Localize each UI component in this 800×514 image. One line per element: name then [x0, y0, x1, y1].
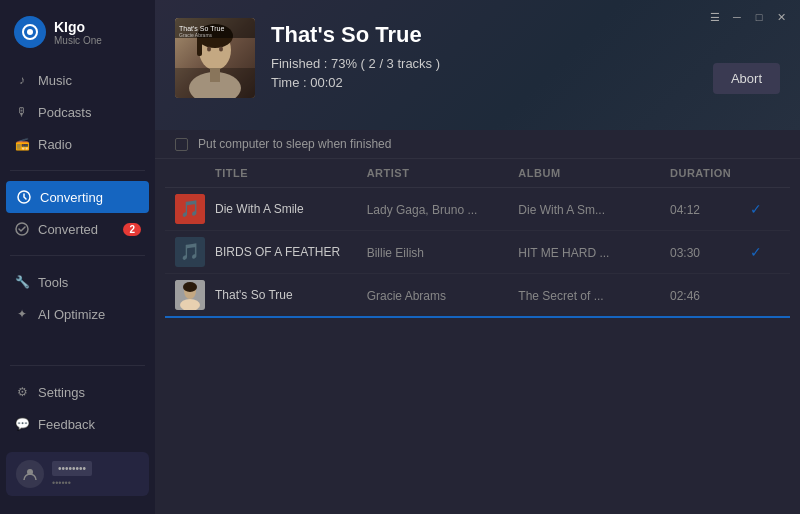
track-thumb-2: 🎵	[175, 237, 215, 267]
sidebar-label-ai: AI Optimize	[38, 307, 105, 322]
track-title-cell-3: That's So True	[215, 288, 367, 302]
sidebar-label-converting: Converting	[40, 190, 103, 205]
col-title: TITLE	[215, 167, 367, 179]
table-row[interactable]: That's So True Gracie Abrams The Secret …	[165, 274, 790, 318]
header-info: That's So True Finished : 73% ( 2 / 3 tr…	[271, 18, 697, 90]
sidebar-item-converting[interactable]: Converting	[6, 181, 149, 213]
converted-badge: 2	[123, 223, 141, 236]
converting-icon	[16, 189, 32, 205]
music-icon: ♪	[14, 72, 30, 88]
artist-text-2: Billie Eilish	[367, 246, 424, 260]
sidebar: KIgo Music One ♪ Music 🎙 Podcasts 📻 Radi…	[0, 0, 155, 514]
duration-text-3: 02:46	[670, 289, 700, 303]
svg-point-13	[219, 47, 223, 52]
track-duration-3: 02:46	[670, 286, 750, 304]
sidebar-item-radio[interactable]: 📻 Radio	[0, 128, 155, 160]
svg-rect-9	[197, 36, 202, 56]
col-status	[750, 167, 780, 179]
divider-1	[10, 170, 145, 171]
svg-text:🎵: 🎵	[180, 199, 200, 218]
close-icon: ✕	[777, 11, 786, 24]
sidebar-label-settings: Settings	[38, 385, 85, 400]
track-duration-2: 03:30	[670, 243, 750, 261]
track-title-1: Die With A Smile	[215, 202, 304, 216]
col-thumb	[175, 167, 215, 179]
col-album: ALBUM	[518, 167, 670, 179]
album-text-2: HIT ME HARD ...	[518, 246, 609, 260]
sidebar-bottom: ⚙ Settings 💬 Feedback •••••••• ••••••	[0, 361, 155, 514]
abort-button[interactable]: Abort	[713, 63, 780, 94]
checkmark-icon-2: ✓	[750, 244, 762, 260]
sidebar-item-podcasts[interactable]: 🎙 Podcasts	[0, 96, 155, 128]
table-row[interactable]: 🎵 Die With A Smile Lady Gaga, Bruno ... …	[165, 188, 790, 231]
col-artist: ARTIST	[367, 167, 519, 179]
header-inner: That's So True Gracie Abrams That's So T…	[175, 18, 780, 98]
app-name: KIgo	[54, 19, 102, 35]
sidebar-item-ai-optimize[interactable]: ✦ AI Optimize	[0, 298, 155, 330]
svg-point-23	[183, 282, 197, 292]
main-content: ☰ ─ □ ✕	[155, 0, 800, 514]
sidebar-label-podcasts: Podcasts	[38, 105, 91, 120]
radio-icon: 📻	[14, 136, 30, 152]
svg-text:🎵: 🎵	[180, 242, 200, 261]
table-row[interactable]: 🎵 BIRDS OF A FEATHER Billie Eilish HIT M…	[165, 231, 790, 274]
track-table: TITLE ARTIST ALBUM DURATION 🎵 Die With A…	[155, 159, 800, 514]
sidebar-item-settings[interactable]: ⚙ Settings	[0, 376, 155, 408]
user-name: ••••••••	[52, 461, 92, 476]
maximize-button[interactable]: □	[750, 8, 768, 26]
sleep-label: Put computer to sleep when finished	[198, 137, 391, 151]
track-album-2: HIT ME HARD ...	[518, 243, 670, 261]
menu-button[interactable]: ☰	[706, 8, 724, 26]
duration-text-1: 04:12	[670, 203, 700, 217]
track-artist-2: Billie Eilish	[367, 243, 519, 261]
track-duration-1: 04:12	[670, 200, 750, 218]
album-art: That's So True Gracie Abrams	[175, 18, 255, 98]
user-profile[interactable]: •••••••• ••••••	[6, 452, 149, 496]
logo-area: KIgo Music One	[0, 0, 155, 58]
track-title-3: That's So True	[215, 288, 293, 302]
svg-point-10	[189, 72, 241, 98]
sleep-row: Put computer to sleep when finished	[155, 130, 800, 159]
divider-2	[10, 255, 145, 256]
tools-icon: 🔧	[14, 274, 30, 290]
sidebar-label-radio: Radio	[38, 137, 72, 152]
checkmark-icon-1: ✓	[750, 201, 762, 217]
svg-text:Gracie Abrams: Gracie Abrams	[179, 32, 213, 38]
user-avatar	[16, 460, 44, 488]
title-bar: ☰ ─ □ ✕	[696, 0, 800, 34]
album-title: That's So True	[271, 22, 697, 48]
track-title-cell-2: BIRDS OF A FEATHER	[215, 245, 367, 259]
close-button[interactable]: ✕	[772, 8, 790, 26]
app-logo-text: KIgo Music One	[54, 19, 102, 46]
menu-icon: ☰	[710, 11, 720, 24]
app-logo-icon	[14, 16, 46, 48]
track-thumb-1: 🎵	[175, 194, 215, 224]
nav-bottom: ⚙ Settings 💬 Feedback	[0, 370, 155, 446]
settings-icon: ⚙	[14, 384, 30, 400]
track-status-2: ✓	[750, 243, 780, 261]
thumb-img-2: 🎵	[175, 237, 205, 267]
artist-text-3: Gracie Abrams	[367, 289, 446, 303]
user-email: ••••••	[52, 478, 92, 488]
minimize-button[interactable]: ─	[728, 8, 746, 26]
user-info: •••••••• ••••••	[52, 461, 92, 488]
svg-point-1	[27, 29, 33, 35]
sleep-checkbox[interactable]	[175, 138, 188, 151]
duration-text-2: 03:30	[670, 246, 700, 260]
svg-rect-11	[210, 68, 220, 82]
sidebar-item-tools[interactable]: 🔧 Tools	[0, 266, 155, 298]
artist-text-1: Lady Gaga, Bruno ...	[367, 203, 478, 217]
nav-tools: 🔧 Tools ✦ AI Optimize	[0, 260, 155, 336]
track-status-1: ✓	[750, 200, 780, 218]
track-title-2: BIRDS OF A FEATHER	[215, 245, 340, 259]
feedback-icon: 💬	[14, 416, 30, 432]
sidebar-item-music[interactable]: ♪ Music	[0, 64, 155, 96]
track-artist-3: Gracie Abrams	[367, 286, 519, 304]
sidebar-item-converted[interactable]: Converted 2	[0, 213, 155, 245]
album-art-image: That's So True Gracie Abrams	[175, 18, 255, 98]
sidebar-item-feedback[interactable]: 💬 Feedback	[0, 408, 155, 440]
sidebar-label-tools: Tools	[38, 275, 68, 290]
sidebar-label-converted: Converted	[38, 222, 98, 237]
svg-text:That's So True: That's So True	[179, 25, 224, 32]
divider-3	[10, 365, 145, 366]
